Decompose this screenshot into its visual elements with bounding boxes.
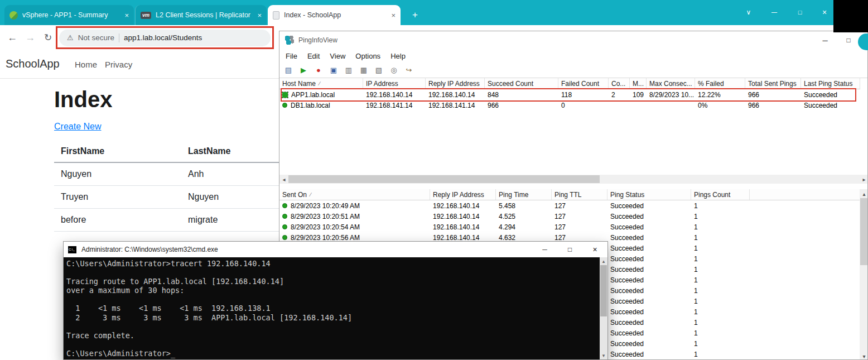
ping-result-cell: 5.458 [496, 202, 552, 210]
back-button[interactable]: ← [3, 25, 21, 50]
pinginfoview-title: PingInfoView [298, 36, 337, 44]
column-header[interactable]: M... [630, 78, 647, 89]
column-header[interactable]: Max Consec... [647, 78, 695, 89]
column-header[interactable]: Sent On∕ [279, 189, 430, 200]
host-cell: 8/29/2023 10... [647, 91, 695, 99]
pinginfoview-title-bar[interactable]: PingInfoView ─ □ [279, 31, 867, 49]
details-view-icon[interactable]: ▤ [283, 65, 294, 76]
tab-replicator[interactable]: vm L2 Client Sessions | Replicator Se...… [135, 5, 267, 25]
host-cell: Succeeded [801, 91, 860, 99]
address-bar[interactable]: ⚠ Not secure app1.lab.local/Students [59, 30, 271, 46]
ping-result-cell: 1 [691, 340, 750, 348]
horizontal-scroll-thumb[interactable] [288, 175, 600, 183]
host-row[interactable]: APP1.lab.local192.168.140.14192.168.140.… [279, 89, 860, 100]
security-label: Not secure [78, 33, 114, 42]
menu-options[interactable]: Options [350, 52, 385, 60]
ping-result-row[interactable]: 8/29/2023 10:20:51 AM192.168.140.144.525… [279, 211, 860, 222]
tab-label: vSphere - APP1 - Summary [22, 11, 120, 19]
piv-rows: APP1.lab.local192.168.140.14192.168.140.… [279, 89, 860, 111]
scroll-left-icon[interactable]: ◂ [279, 175, 288, 184]
menu-view[interactable]: View [325, 52, 350, 60]
screen: vSphere - APP1 - Summary × vm L2 Client … [0, 0, 868, 360]
scroll-up-icon[interactable]: ▴ [600, 257, 607, 265]
tab-schoolapp[interactable]: Index - SchoolApp × [268, 5, 401, 25]
piv-toolbar: ▤▶●▣▥▦▧◎↪ [279, 63, 867, 78]
column-header[interactable]: Ping Time [496, 189, 552, 200]
ping-result-cell: Succeeded [607, 329, 691, 337]
column-header[interactable]: Total Sent Pings [745, 78, 801, 89]
scroll-up-icon[interactable]: ▴ [860, 189, 868, 198]
column-header[interactable]: Pings Count [691, 189, 750, 200]
scroll-right-icon[interactable]: ▸ [860, 175, 868, 184]
ping-result-cell: 1 [691, 297, 750, 305]
copy-icon[interactable]: ▥ [343, 65, 354, 76]
forward-button[interactable]: → [21, 25, 39, 50]
tab-search-chevron-icon[interactable]: ∨ [740, 0, 758, 25]
column-header[interactable]: Failed Count [558, 78, 609, 89]
host-cell: APP1.lab.local [279, 91, 363, 99]
host-row[interactable]: DB1.lab.local192.168.141.14192.168.141.1… [279, 100, 860, 111]
cmd-scroll-thumb[interactable] [600, 265, 607, 316]
address-url[interactable]: app1.lab.local/Students [124, 33, 202, 42]
browser-tab-bar: vSphere - APP1 - Summary × vm L2 Client … [0, 0, 868, 25]
tab-close-icon[interactable]: × [391, 11, 396, 20]
column-header[interactable]: Reply IP Address [430, 189, 496, 200]
vertical-scrollbar[interactable]: ▴ ▾ [860, 189, 868, 360]
menu-help[interactable]: Help [385, 52, 411, 60]
sort-ascending-icon: ∕ [319, 80, 320, 87]
new-tab-button[interactable]: + [407, 7, 423, 23]
ping-result-cell: 8/29/2023 10:20:54 AM [279, 223, 430, 231]
column-lastname: LastName [181, 146, 279, 156]
window-close-button[interactable]: × [816, 0, 833, 25]
ping-result-cell: Succeeded [607, 202, 691, 210]
exit-icon[interactable]: ↪ [403, 65, 414, 76]
brand-link[interactable]: SchoolApp [6, 57, 60, 70]
cmd-scrollbar[interactable]: ▴ ▾ [600, 257, 607, 359]
window-maximize-button[interactable]: □ [791, 0, 809, 25]
column-header[interactable]: Host Name∕ [279, 78, 363, 89]
host-cell: 192.168.141.14 [363, 102, 426, 109]
nav-home-link[interactable]: Home [75, 60, 97, 69]
menu-edit[interactable]: Edit [302, 52, 325, 60]
window-minimize-button[interactable]: ─ [765, 0, 783, 25]
stop-pinging-icon[interactable]: ● [313, 65, 324, 76]
column-header[interactable]: % Failed [695, 78, 745, 89]
scroll-down-icon[interactable]: ▾ [860, 352, 868, 360]
tab-vsphere[interactable]: vSphere - APP1 - Summary × [4, 5, 134, 25]
horizontal-scrollbar[interactable]: ◂ ▸ [279, 175, 868, 184]
column-header[interactable]: Co... [609, 78, 630, 89]
host-cell: Succeeded [801, 102, 860, 109]
vertical-scroll-thumb[interactable] [860, 198, 868, 265]
column-header[interactable]: Reply IP Address [426, 78, 485, 89]
find-icon[interactable]: ◎ [388, 65, 399, 76]
pinginfoview-minimize-button[interactable]: ─ [814, 31, 836, 49]
tab-close-icon[interactable]: × [124, 11, 129, 20]
start-pinging-icon[interactable]: ▶ [298, 65, 309, 76]
properties-icon[interactable]: ▧ [373, 65, 384, 76]
pinginfoview-maximize-button[interactable]: □ [837, 31, 860, 49]
tab-close-icon[interactable]: × [257, 11, 262, 20]
export-icon[interactable]: ▦ [358, 65, 369, 76]
create-new-link[interactable]: Create New [54, 122, 101, 132]
cmd-console[interactable]: C:\Users\Administrator>tracert 192.168.1… [64, 257, 600, 359]
column-header[interactable]: Ping TTL [552, 189, 607, 200]
column-header[interactable]: Last Ping Status [801, 78, 860, 89]
ping-result-row[interactable]: 8/29/2023 10:20:49 AM192.168.140.145.458… [279, 200, 860, 211]
ping-result-cell: 1 [691, 329, 750, 337]
cmd-minimize-button[interactable]: ─ [532, 242, 557, 257]
ping-result-row[interactable]: 8/29/2023 10:20:54 AM192.168.140.144.294… [279, 222, 860, 232]
ping-result-cell: 1 [691, 276, 750, 284]
document-icon [273, 11, 279, 20]
save-icon[interactable]: ▣ [328, 65, 339, 76]
column-header[interactable]: IP Address [363, 78, 426, 89]
nav-privacy-link[interactable]: Privacy [105, 60, 132, 69]
column-header[interactable]: Succeed Count [485, 78, 558, 89]
column-header[interactable]: Ping Status [607, 189, 691, 200]
ping-result-cell: 8/29/2023 10:20:51 AM [279, 213, 430, 220]
cmd-maximize-button[interactable]: □ [557, 242, 582, 257]
menu-file[interactable]: File [281, 52, 302, 60]
cmd-close-button[interactable]: × [582, 242, 607, 257]
cmd-title-bar[interactable]: C:\_ Administrator: C:\Windows\system32\… [64, 242, 607, 257]
scroll-down-icon[interactable]: ▾ [600, 352, 607, 359]
reload-button[interactable]: ↻ [39, 25, 57, 50]
